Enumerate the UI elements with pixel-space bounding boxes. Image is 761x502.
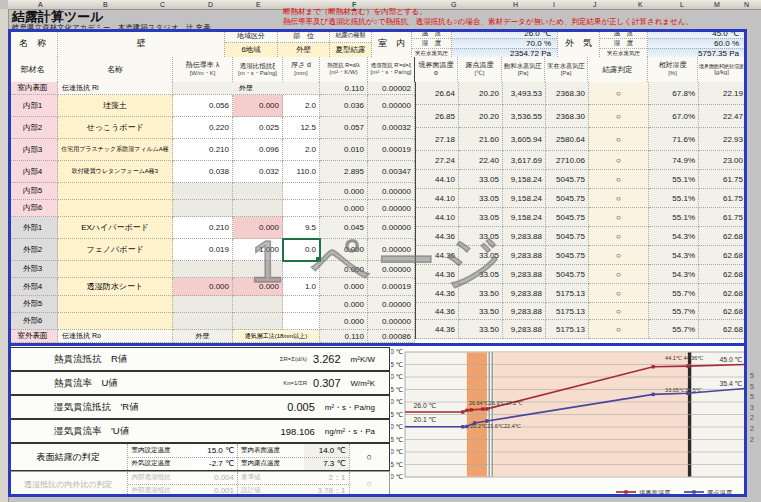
cell-sat-vapor-pressure[interactable]: 9,283.88 [503, 303, 546, 320]
cell-name[interactable] [58, 313, 173, 330]
cell-lambda[interactable]: 0.038 [173, 161, 233, 183]
cell-sat-vapor-pressure[interactable]: 3,536.55 [503, 105, 546, 128]
cell-relative-humidity[interactable]: 55.1% [649, 208, 699, 227]
cell-relative-humidity[interactable]: 54.3% [649, 265, 699, 284]
cell-actual-vapor-pressure[interactable]: 5175.13 [546, 320, 589, 339]
cell-sat-vapor-pressure[interactable]: 9,158.24 [503, 170, 546, 189]
cell-sat-vapor-pressure[interactable]: 9,283.88 [503, 284, 546, 303]
cell-sat-vapor-pressure[interactable]: 9,283.88 [503, 227, 546, 246]
value-indoor-surface-temp[interactable]: 14.0 ℃ [304, 444, 349, 457]
cell-boundary-temp[interactable]: 26.64 [416, 82, 459, 105]
cell-relative-humidity[interactable]: 55.1% [649, 189, 699, 208]
cell-thickness[interactable]: 2.0 [283, 95, 320, 117]
cell-xi[interactable] [233, 183, 283, 200]
outdoor-env-values[interactable]: 45.0 ℃ 60.0 % 5757.35 Pa [648, 29, 745, 57]
value-indoor-set-temp[interactable]: 15.0 ℃ [192, 444, 237, 457]
temperature-gradient-chart[interactable]: 50 ℃45 ℃40 ℃35 ℃30 ℃25 ℃20 ℃15 ℃10 ℃5 ℃0… [391, 346, 747, 498]
summary-value[interactable]: 198.106 [280, 426, 324, 437]
cell-thickness[interactable] [283, 313, 320, 330]
column-letter[interactable]: J [593, 0, 597, 9]
cell-judgement[interactable]: ○ [589, 320, 649, 339]
ratio-check-result[interactable]: ○ [350, 472, 389, 496]
row-label[interactable]: 外部1 [8, 217, 58, 239]
cell-name[interactable]: 珪藻土 [58, 95, 173, 117]
cell-thermal-resistance[interactable]: 0.010 [320, 139, 368, 161]
cell-relative-humidity[interactable]: 54.3% [649, 246, 699, 265]
cell-lambda[interactable] [173, 296, 233, 313]
cell-dewpoint[interactable]: 20.20 [459, 82, 503, 105]
col-actual-vapor-pressure[interactable]: 実在水蒸気圧[Pa] [545, 57, 588, 82]
cell-actual-vapor-pressure[interactable]: 2580.64 [546, 128, 589, 151]
column-letter[interactable]: E [256, 0, 261, 9]
cell-judgement[interactable]: ○ [589, 170, 649, 189]
cell-lambda[interactable]: 0.019 [173, 239, 233, 261]
cell-lambda[interactable]: 0.220 [173, 117, 233, 139]
column-letter[interactable]: C [160, 0, 165, 9]
col-vapor-resistance[interactable]: 透湿抵抗 R'=d×ξ[m²・s・Pa/ng] [368, 57, 415, 82]
cell-abs-humidity[interactable]: 22.93 [699, 128, 746, 151]
cell-actual-vapor-pressure[interactable]: 5175.13 [546, 284, 589, 303]
cell-name[interactable]: 伝達抵抗 Ro [58, 330, 173, 343]
value-standard-ratio[interactable]: 2：1 [304, 472, 349, 484]
cell-relative-humidity[interactable]: 71.6% [649, 128, 699, 151]
cell-thickness[interactable]: 110.0 [283, 161, 320, 183]
header-name[interactable]: 名 称 [8, 29, 58, 57]
cell-judgement[interactable]: ○ [589, 227, 649, 246]
col-thickness[interactable]: 厚さ d[mm] [283, 57, 320, 82]
cell-lambda[interactable]: 0.000 [173, 278, 233, 296]
column-letter[interactable]: L [680, 0, 684, 9]
cell-actual-vapor-pressure[interactable]: 2368.30 [546, 82, 589, 105]
summary-value[interactable]: 0.307 [313, 377, 351, 389]
cell-thermal-resistance[interactable]: 0.000 [320, 313, 368, 330]
cell-thickness[interactable]: 2.0 [283, 139, 320, 161]
column-letter[interactable]: H [513, 0, 518, 9]
cell-lambda[interactable] [173, 261, 233, 278]
column-letter[interactable]: D [208, 0, 213, 9]
cell-dewpoint[interactable]: 21.60 [459, 128, 503, 151]
cell-lambda[interactable] [173, 200, 233, 217]
cell-dewpoint[interactable]: 20.20 [459, 105, 503, 128]
part-value[interactable]: 外壁 [278, 43, 329, 57]
col-material[interactable]: 部材名 [8, 57, 58, 82]
cell-abs-humidity[interactable]: 62.68 [699, 284, 746, 303]
row-label[interactable]: 内部6 [8, 200, 58, 217]
cell-abs-humidity[interactable]: 61.75 [699, 208, 746, 227]
value-inner-vapor-resistance[interactable]: 0.004 [192, 472, 237, 484]
cell-vapor-resistance[interactable]: 0.00000 [368, 183, 415, 200]
cell-abs-humidity[interactable]: 23.00 [699, 151, 746, 170]
cell-actual-vapor-pressure[interactable]: 5045.75 [546, 170, 589, 189]
cell-vapor-resistance[interactable]: 0.00000 [368, 95, 415, 117]
cell-wall-type[interactable]: 外壁 [173, 330, 233, 343]
cell-vapor-resistance[interactable]: 0.00086 [368, 330, 415, 343]
cell-judgement[interactable]: ○ [589, 303, 649, 320]
cell-vapor-resistance[interactable]: 0.00019 [368, 139, 415, 161]
col-xi[interactable]: 透湿比抵抗ξ[m・s・Pa/ng] [233, 57, 283, 82]
cell-name[interactable]: 伝達抵抗 Ri [58, 82, 173, 95]
row-label[interactable]: 外部5 [8, 296, 58, 313]
col-relative-humidity[interactable]: 相対湿度[%] [648, 57, 698, 82]
cell-lambda[interactable]: 0.210 [173, 139, 233, 161]
cell-relative-humidity[interactable]: 67.8% [649, 82, 699, 105]
row-label[interactable]: 内部1 [8, 95, 58, 117]
cell-sat-vapor-pressure[interactable]: 9,283.88 [503, 265, 546, 284]
cell-judgement[interactable]: ○ [589, 189, 649, 208]
surface-check-result[interactable]: ○ [350, 444, 389, 470]
cell-relative-humidity[interactable]: 55.7% [649, 284, 699, 303]
column-letter[interactable]: M [714, 0, 720, 9]
cell-boundary-temp[interactable]: 27.18 [416, 128, 459, 151]
cell-sat-vapor-pressure[interactable]: 9,158.24 [503, 189, 546, 208]
value-outer-vapor-resistance[interactable]: 0.001 [192, 485, 237, 497]
page-break-line[interactable] [8, 343, 747, 346]
cell-judgement[interactable]: ○ [589, 82, 649, 105]
cell-vapor-resistance[interactable]: 0.00347 [368, 161, 415, 183]
cell-name[interactable]: 吹付硬質ウレタンフォームA種3 [58, 161, 173, 183]
cell-relative-humidity[interactable]: 55.7% [649, 320, 699, 339]
header-region[interactable]: 地域区分 6地域 [225, 29, 278, 57]
cell-abs-humidity[interactable]: 62.68 [699, 265, 746, 284]
cell-abs-humidity[interactable]: 62.68 [699, 246, 746, 265]
cell-vapor-resistance[interactable]: 0.00000 [368, 313, 415, 330]
cell-thermal-resistance[interactable]: 0.110 [320, 82, 368, 95]
cell-actual-vapor-pressure[interactable]: 2368.30 [546, 105, 589, 128]
cell-abs-humidity[interactable]: 62.68 [699, 320, 746, 339]
col-sat-vapor-pressure[interactable]: 飽和水蒸気圧[Pa] [502, 57, 545, 82]
